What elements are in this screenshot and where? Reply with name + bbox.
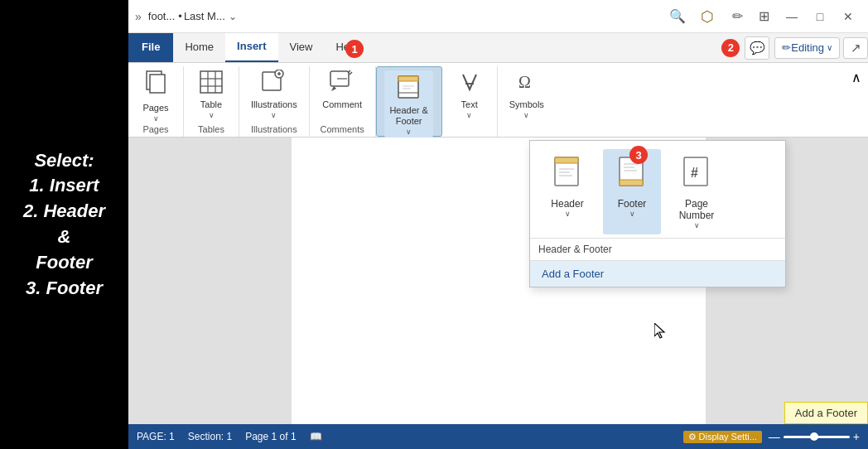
ribbon-content: Pages ∨ Pages [128, 63, 868, 138]
ribbon-group-pages: Pages ∨ Pages [128, 66, 184, 137]
text-arrow: ∨ [466, 111, 472, 119]
comment-icon-button[interactable]: 💬 [745, 36, 769, 60]
pages-button[interactable]: Pages ∨ [135, 66, 176, 124]
symbols-icon: Ω [515, 70, 538, 98]
symbols-arrow: ∨ [523, 111, 529, 119]
title-bar: » foot... • Last M... ⌄ 🔍 ⬡ ✏ ⊞ — □ ✕ [128, 0, 868, 33]
svg-rect-24 [555, 157, 578, 163]
pagenumber-item-label: Page Number [679, 198, 715, 221]
book-icon[interactable]: 📖 [310, 431, 322, 442]
ribbon-group-illustrations: Illustrations ∨ Illustrations [239, 66, 310, 137]
ribbon-expand-btn[interactable]: ∧ [845, 66, 868, 137]
table-icon [199, 70, 224, 98]
ribbon-right-area: 2 💬 ✏ Editing ∨ ↗ [721, 33, 868, 62]
text-items: Text ∨ [449, 66, 490, 134]
display-settings-label: Display Setti... [699, 432, 757, 442]
symbols-label: Symbols [509, 99, 544, 110]
minimize-button[interactable]: — [779, 5, 805, 28]
pages-group-label: Pages [142, 124, 168, 137]
header-doc-icon [552, 154, 583, 195]
tab-view[interactable]: View [278, 33, 325, 62]
ribbon-collapse-icon[interactable]: » [135, 10, 142, 23]
share-button[interactable]: ↗ [843, 37, 868, 59]
grid-icon[interactable]: ⊞ [750, 5, 777, 28]
pages-label: Pages [142, 103, 168, 113]
pages-icon [143, 70, 168, 101]
symbols-items: Ω Symbols ∨ [504, 66, 549, 134]
dropdown-items-row: Header ∨ Footer ∨ [530, 141, 785, 239]
pages-arrow: ∨ [153, 114, 159, 123]
svg-text:#: # [691, 166, 698, 180]
headerfooter-arrow: ∨ [406, 128, 412, 136]
pages-items: Pages ∨ [135, 66, 176, 124]
illustrations-arrow: ∨ [271, 111, 277, 119]
svg-line-14 [348, 70, 350, 73]
instruction-text: Select: 1. Insert 2. Header & Footer 3. … [23, 148, 105, 302]
app-area: » foot... • Last M... ⌄ 🔍 ⬡ ✏ ⊞ — □ ✕ 1 … [128, 0, 868, 449]
header-item-label: Header [551, 198, 583, 210]
illustrations-icon [260, 70, 288, 98]
headerfooter-button[interactable]: Header & Footer ∨ [384, 70, 432, 138]
text-icon [458, 70, 481, 98]
step1-badge: 1 [345, 40, 364, 58]
gear-icon: ⚙ [688, 432, 697, 442]
filename-text: foot... [148, 10, 176, 22]
ribbon-group-symbols: Ω Symbols ∨ [498, 66, 556, 137]
pen-icon[interactable]: ✏ [724, 5, 750, 28]
comment-button[interactable]: Comment [317, 66, 367, 112]
table-button[interactable]: Table ∨ [190, 66, 232, 121]
ribbon-group-headerfooter: Header & Footer ∨ [376, 66, 442, 137]
step2-badge: 2 [721, 39, 740, 57]
comment-icon [329, 70, 355, 98]
svg-marker-13 [331, 86, 336, 91]
svg-rect-17 [398, 76, 418, 81]
tables-items: Table ∨ [190, 66, 232, 124]
headerfooter-dropdown: 3 Header ∨ [529, 140, 786, 287]
dropdown-pagenumber-item[interactable]: # Page Number ∨ [668, 149, 726, 234]
diamond-icon[interactable]: ⬡ [694, 5, 721, 28]
maximize-button[interactable]: □ [807, 5, 833, 28]
tab-insert[interactable]: Insert [225, 33, 277, 62]
svg-rect-1 [150, 75, 165, 93]
tab-home[interactable]: Home [173, 33, 225, 62]
zoom-control: — + [769, 430, 860, 443]
ribbon-group-tables: Table ∨ Tables [184, 66, 239, 137]
header-item-arrow: ∨ [565, 210, 571, 218]
svg-rect-32 [620, 180, 643, 186]
status-page: PAGE: 1 [137, 431, 175, 442]
pagenumber-doc-icon: # [681, 154, 712, 195]
editing-button[interactable]: ✏ Editing ∨ [774, 37, 840, 59]
zoom-slider[interactable] [784, 436, 850, 438]
search-icon[interactable]: 🔍 [664, 5, 691, 28]
zoom-plus-button[interactable]: + [853, 430, 860, 443]
status-right-area: ⚙ Display Setti... — + [683, 430, 861, 443]
svg-line-15 [350, 72, 352, 75]
zoom-minus-button[interactable]: — [769, 430, 780, 443]
comments-items: Comment [317, 66, 367, 124]
comments-group-label: Comments [321, 124, 364, 137]
separator-dot: • [178, 10, 182, 22]
tab-file[interactable]: File [128, 33, 173, 62]
add-footer-option[interactable]: Add a Footer [530, 261, 785, 287]
illustrations-button[interactable]: Illustrations ∨ [246, 66, 302, 121]
svg-marker-35 [654, 323, 664, 338]
text-button[interactable]: Text ∨ [449, 66, 490, 121]
footer-item-label: Footer [618, 198, 647, 210]
close-button[interactable]: ✕ [835, 5, 861, 28]
symbols-button[interactable]: Ω Symbols ∨ [504, 66, 549, 121]
headerfooter-icon [396, 74, 422, 104]
display-settings-button[interactable]: ⚙ Display Setti... [683, 431, 762, 443]
instruction-panel: Select: 1. Insert 2. Header & Footer 3. … [0, 0, 128, 449]
pagenumber-item-arrow: ∨ [694, 221, 700, 229]
svg-rect-2 [200, 71, 222, 93]
title-dropdown-arrow[interactable]: ⌄ [229, 11, 237, 22]
comment-label: Comment [322, 99, 362, 110]
illustrations-group-label: Illustrations [251, 124, 297, 137]
footer-item-arrow: ∨ [629, 210, 635, 218]
last-modified-text: Last M... [184, 10, 225, 22]
zoom-thumb[interactable] [810, 432, 818, 441]
status-bar: PAGE: 1 Section: 1 Page 1 of 1 📖 ⚙ Displ… [128, 424, 868, 449]
table-label: Table [200, 99, 222, 110]
dropdown-section-label: Header & Footer [530, 239, 785, 261]
dropdown-header-item[interactable]: Header ∨ [538, 149, 596, 234]
